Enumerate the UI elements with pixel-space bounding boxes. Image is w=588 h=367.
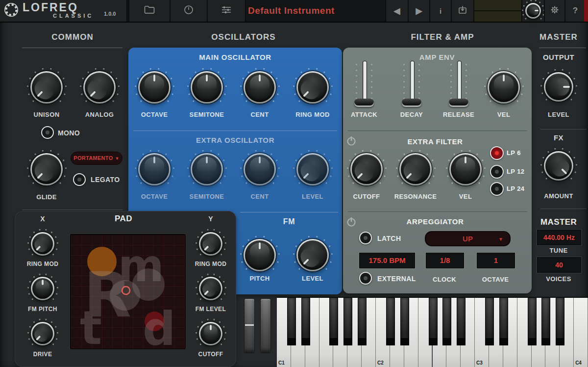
lp6-radio[interactable] bbox=[490, 146, 504, 160]
pad-y-fmlevel-label: FM LEVEL bbox=[196, 306, 226, 313]
master-underline bbox=[539, 48, 586, 48]
bpm-display[interactable]: 175.0 BPM bbox=[359, 253, 415, 268]
sliders-icon bbox=[221, 5, 232, 16]
extra-filter-title: EXTRA FILTER bbox=[407, 137, 463, 146]
pad-x-fmpitch-knob[interactable] bbox=[31, 277, 54, 300]
fm-pitch-knob[interactable] bbox=[244, 239, 276, 271]
mod-wheel[interactable] bbox=[260, 298, 271, 353]
fm-divider bbox=[240, 212, 338, 212]
prev-preset-button[interactable]: ◀ bbox=[385, 0, 408, 22]
history-button[interactable] bbox=[170, 0, 207, 22]
window-edge-accent bbox=[584, 0, 588, 22]
unison-knob[interactable] bbox=[30, 71, 63, 104]
latch-toggle[interactable] bbox=[359, 232, 372, 244]
master-volume-knob[interactable] bbox=[525, 3, 541, 19]
arpeggiator-power-button[interactable] bbox=[346, 216, 357, 229]
portamento-dropdown[interactable]: PORTAMENTO▼ bbox=[71, 152, 122, 165]
lp12-radio[interactable] bbox=[490, 165, 504, 179]
main-osc-octave-knob[interactable] bbox=[138, 71, 171, 104]
info-button[interactable]: i bbox=[429, 0, 451, 22]
pitch-wheel[interactable] bbox=[244, 298, 255, 353]
next-preset-button[interactable]: ▶ bbox=[408, 0, 429, 22]
clock-display[interactable]: 1/8 bbox=[426, 253, 464, 268]
pad-y-cutoff-label: CUTOFF bbox=[198, 351, 223, 358]
filter-vel-label: VEL bbox=[459, 193, 472, 200]
main-osc-ringmod-knob[interactable] bbox=[296, 71, 329, 104]
mono-toggle[interactable] bbox=[41, 126, 54, 139]
black-key[interactable] bbox=[329, 298, 338, 345]
extra-osc-level-knob[interactable] bbox=[296, 153, 329, 185]
preset-browser-button[interactable] bbox=[128, 0, 170, 22]
extra-osc-cent-knob[interactable] bbox=[244, 153, 276, 185]
main-osc-octave-label: OCTAVE bbox=[141, 111, 168, 118]
black-key[interactable] bbox=[556, 298, 564, 345]
pad-y-cutoff-knob[interactable] bbox=[199, 322, 222, 345]
help-icon: ? bbox=[573, 6, 578, 16]
help-button[interactable]: ? bbox=[564, 0, 585, 22]
lp24-label: LP 24 bbox=[507, 185, 524, 192]
extra-osc-octave-label: OCTAVE bbox=[141, 193, 168, 200]
synth-window: LOFREQ CLASSIC 1.0.0 Default Instrument … bbox=[0, 0, 588, 367]
preset-display[interactable]: Default Instrument bbox=[244, 0, 389, 22]
extra-osc-semitone-knob[interactable] bbox=[191, 153, 223, 185]
decay-slider[interactable] bbox=[402, 60, 421, 107]
master-divider-1 bbox=[540, 129, 587, 130]
voices-display[interactable]: 40 bbox=[537, 257, 581, 273]
resonance-knob[interactable] bbox=[399, 153, 432, 185]
black-key[interactable] bbox=[528, 298, 537, 345]
black-key[interactable] bbox=[429, 298, 438, 345]
output-level-knob[interactable] bbox=[544, 72, 573, 102]
pad-y-fmlevel-knob[interactable] bbox=[199, 277, 222, 300]
clock-icon bbox=[184, 5, 194, 17]
extra-osc-title: EXTRA OSCILLATOR bbox=[196, 136, 274, 144]
release-slider[interactable] bbox=[449, 60, 468, 107]
settings-sliders-button[interactable] bbox=[207, 0, 246, 22]
attack-slider[interactable] bbox=[354, 60, 374, 107]
black-key[interactable] bbox=[457, 298, 466, 345]
save-button[interactable] bbox=[451, 0, 473, 22]
black-key[interactable] bbox=[301, 298, 310, 345]
arp-direction-dropdown[interactable]: UP ▼ bbox=[425, 231, 511, 246]
fm-level-knob[interactable] bbox=[296, 239, 329, 271]
prev-icon: ◀ bbox=[393, 6, 400, 16]
keyboard[interactable]: C1C2C3C4 bbox=[277, 297, 588, 367]
lp24-radio[interactable] bbox=[490, 182, 504, 196]
glide-knob[interactable] bbox=[30, 153, 63, 185]
extra-filter-power-button[interactable] bbox=[346, 135, 357, 148]
white-key[interactable]: C4 bbox=[574, 298, 588, 367]
black-key[interactable] bbox=[400, 298, 409, 345]
pad-x-ringmod-knob[interactable] bbox=[31, 232, 54, 256]
settings-button[interactable] bbox=[544, 0, 564, 22]
black-key[interactable] bbox=[358, 298, 367, 345]
black-key[interactable] bbox=[541, 298, 550, 345]
pitch-wheel-indicator bbox=[245, 324, 254, 326]
extra-osc-octave-knob[interactable] bbox=[138, 153, 171, 185]
pad-watermark-letter: t bbox=[80, 301, 102, 346]
master-divider-2 bbox=[540, 209, 587, 209]
black-key[interactable] bbox=[499, 298, 508, 345]
pad-x-drive-knob[interactable] bbox=[31, 322, 54, 345]
legato-toggle[interactable] bbox=[73, 173, 86, 186]
cutoff-knob[interactable] bbox=[350, 153, 383, 185]
pad-y-ringmod-knob[interactable] bbox=[199, 232, 222, 256]
analog-knob[interactable] bbox=[83, 71, 116, 104]
xy-pad[interactable]: R m t d bbox=[70, 234, 186, 349]
black-key[interactable] bbox=[287, 298, 296, 345]
resonance-label: RESONANCE bbox=[394, 193, 437, 200]
black-key[interactable] bbox=[343, 298, 352, 345]
black-key[interactable] bbox=[386, 298, 395, 345]
octave-display[interactable]: 1 bbox=[477, 253, 515, 268]
lp12-label: LP 12 bbox=[507, 168, 524, 175]
unison-label: UNISON bbox=[34, 111, 60, 118]
black-key[interactable] bbox=[442, 298, 451, 345]
fm-pitch-label: PITCH bbox=[250, 275, 270, 282]
main-osc-cent-knob[interactable] bbox=[244, 71, 276, 104]
black-key[interactable] bbox=[485, 298, 494, 345]
tune-display[interactable]: 440.00 Hz bbox=[537, 230, 581, 245]
amp-env-vel-knob[interactable] bbox=[488, 71, 520, 104]
main-osc-semitone-knob[interactable] bbox=[191, 71, 223, 104]
filter-vel-knob[interactable] bbox=[449, 153, 482, 185]
fx-amount-knob[interactable] bbox=[544, 151, 573, 181]
external-label: EXTERNAL bbox=[377, 275, 416, 283]
external-toggle[interactable] bbox=[359, 272, 372, 285]
